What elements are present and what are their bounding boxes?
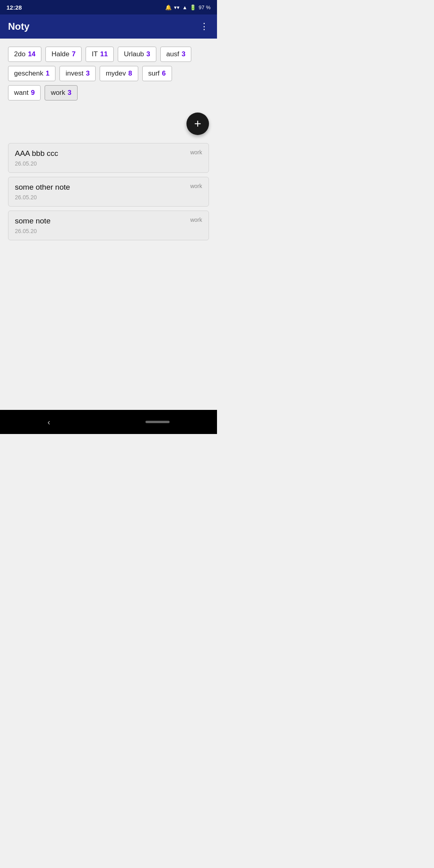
tags-row-3: want 9 work 3 bbox=[8, 85, 209, 100]
note-title-1: AAA bbb ccc bbox=[15, 149, 186, 158]
note-tag-2: work bbox=[190, 183, 202, 189]
tag-count-work: 3 bbox=[68, 89, 71, 97]
tag-label-it: IT bbox=[92, 50, 98, 58]
tags-area: 2do 14 Halde 7 IT 11 Urlaub 3 ausf 3 ges… bbox=[0, 39, 217, 108]
status-bar: 12:28 🔔 ▾▾ ▲ 🔋 97 % bbox=[0, 0, 217, 14]
note-card-2-header: some other note work bbox=[15, 183, 202, 192]
tag-chip-urlaub[interactable]: Urlaub 3 bbox=[118, 47, 156, 62]
tag-label-mydev: mydev bbox=[106, 70, 126, 78]
tag-label-surf: surf bbox=[148, 70, 160, 78]
note-card-3-header: some note work bbox=[15, 217, 202, 225]
tag-chip-invest[interactable]: invest 3 bbox=[59, 66, 96, 81]
tag-count-ausf: 3 bbox=[182, 50, 185, 58]
status-icons: 🔔 ▾▾ ▲ 🔋 97 % bbox=[165, 4, 211, 10]
tag-chip-2do[interactable]: 2do 14 bbox=[8, 47, 41, 62]
tag-count-want: 9 bbox=[31, 89, 35, 97]
wifi-icon: ▾▾ bbox=[174, 4, 180, 10]
tag-chip-geschenk[interactable]: geschenk 1 bbox=[8, 66, 55, 81]
tag-label-ausf: ausf bbox=[166, 50, 179, 58]
tag-label-halde: Halde bbox=[51, 50, 69, 58]
home-pill[interactable] bbox=[145, 421, 170, 423]
battery-percent: 97 % bbox=[199, 4, 211, 10]
note-tag-3: work bbox=[190, 217, 202, 223]
tags-row-1: 2do 14 Halde 7 IT 11 Urlaub 3 ausf 3 bbox=[8, 47, 209, 62]
bottom-nav-bar: ‹ bbox=[0, 410, 217, 434]
status-time: 12:28 bbox=[6, 4, 22, 11]
tag-chip-mydev[interactable]: mydev 8 bbox=[100, 66, 138, 81]
tag-chip-ausf[interactable]: ausf 3 bbox=[160, 47, 192, 62]
note-date-1: 26.05.20 bbox=[15, 160, 202, 167]
tags-row-2: geschenk 1 invest 3 mydev 8 surf 6 bbox=[8, 66, 209, 81]
note-card-1[interactable]: AAA bbb ccc work 26.05.20 bbox=[8, 143, 209, 173]
tag-count-mydev: 8 bbox=[128, 70, 132, 78]
tag-label-geschenk: geschenk bbox=[14, 70, 43, 78]
battery-icon: 🔋 bbox=[190, 4, 196, 10]
notes-list: AAA bbb ccc work 26.05.20 some other not… bbox=[0, 143, 217, 240]
note-date-2: 26.05.20 bbox=[15, 194, 202, 201]
tag-label-2do: 2do bbox=[14, 50, 25, 58]
signal-icon: ▲ bbox=[182, 4, 187, 10]
tag-count-urlaub: 3 bbox=[146, 50, 150, 58]
app-title: Noty bbox=[8, 21, 29, 32]
tag-label-urlaub: Urlaub bbox=[124, 50, 144, 58]
tag-label-want: want bbox=[14, 89, 29, 97]
note-card-3[interactable]: some note work 26.05.20 bbox=[8, 211, 209, 240]
tag-count-2do: 14 bbox=[28, 50, 35, 58]
tag-label-invest: invest bbox=[66, 70, 83, 78]
app-bar: Noty ⋮ bbox=[0, 14, 217, 39]
plus-icon: + bbox=[194, 117, 201, 131]
note-date-3: 26.05.20 bbox=[15, 228, 202, 234]
tag-count-it: 11 bbox=[100, 50, 108, 58]
tag-chip-it[interactable]: IT 11 bbox=[86, 47, 114, 62]
alarm-icon: 🔔 bbox=[165, 4, 172, 10]
note-tag-1: work bbox=[190, 149, 202, 156]
tag-count-halde: 7 bbox=[72, 50, 76, 58]
note-title-3: some note bbox=[15, 217, 186, 225]
note-card-1-header: AAA bbb ccc work bbox=[15, 149, 202, 158]
tag-chip-surf[interactable]: surf 6 bbox=[142, 66, 172, 81]
tag-label-work: work bbox=[51, 89, 65, 97]
tag-count-surf: 6 bbox=[162, 70, 166, 78]
tag-chip-halde[interactable]: Halde 7 bbox=[45, 47, 82, 62]
note-title-2: some other note bbox=[15, 183, 186, 192]
tag-count-invest: 3 bbox=[86, 70, 90, 78]
tag-chip-want[interactable]: want 9 bbox=[8, 85, 41, 100]
back-button[interactable]: ‹ bbox=[47, 418, 50, 427]
tag-chip-work[interactable]: work 3 bbox=[45, 85, 77, 100]
add-note-button[interactable]: + bbox=[186, 113, 209, 135]
note-card-2[interactable]: some other note work 26.05.20 bbox=[8, 177, 209, 207]
fab-row: + bbox=[0, 108, 217, 143]
more-menu-icon[interactable]: ⋮ bbox=[200, 21, 209, 32]
tag-count-geschenk: 1 bbox=[46, 70, 49, 78]
